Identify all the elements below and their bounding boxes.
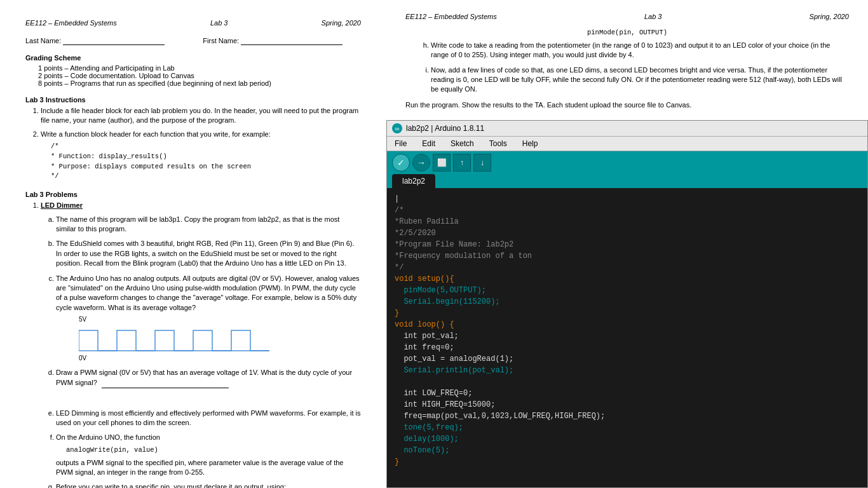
code-close-loop: } — [395, 456, 860, 468]
code-close-setup: } — [395, 308, 860, 319]
menu-help[interactable]: Help — [520, 138, 541, 149]
right-header-left: EE112 – Embedded Systems — [405, 13, 497, 20]
code-author: *Ruben Padilla — [395, 216, 860, 227]
right-content: pinMode(pin, OUTPUT) Write code to take … — [405, 28, 849, 110]
analog-write-code: analogWrite(pin, value) — [66, 445, 361, 456]
ide-title-text: lab2p2 | Arduino 1.8.11 — [406, 124, 484, 133]
code-example: /* * Function: display_results() * Purpo… — [51, 142, 361, 182]
run-program-text: Run the program. Show the results to the… — [405, 100, 849, 111]
menu-file[interactable]: File — [392, 138, 409, 149]
right-item-h: Write code to take a reading from the po… — [431, 41, 849, 60]
sub-e: LED Dimming is most efficiently and effe… — [56, 409, 361, 428]
arduino-icon — [392, 123, 402, 133]
sub-b: The EduShield comes with 3 beautiful, br… — [56, 239, 361, 268]
cursor-line: | — [395, 193, 860, 205]
right-panel: EE112 – Embedded Systems Lab 3 Spring, 2… — [386, 0, 868, 488]
instructions-title: Lab 3 Instructions — [25, 96, 361, 104]
last-name-label: Last Name: — [25, 37, 165, 45]
save-button[interactable]: ↓ — [473, 154, 491, 172]
doc-header: EE112 – Embedded Systems Lab 3 Spring, 2… — [25, 19, 361, 27]
sub-g: Before you can write to a specific pin, … — [56, 482, 361, 488]
code-analogread: pot_val = analogRead(1); — [395, 353, 860, 365]
code-date: *2/5/2020 — [395, 227, 860, 239]
pwm-diagram: 5V 0V — [79, 315, 361, 363]
new-button[interactable]: ⬜ — [433, 154, 451, 172]
ide-menu-bar[interactable]: File Edit Sketch Tools Help — [387, 137, 867, 151]
right-header-right: Spring, 2020 — [810, 13, 849, 20]
instruction-1: Include a file header block for each lab… — [41, 106, 361, 126]
code-void-loop: void loop() { — [395, 319, 860, 330]
header-right: Spring, 2020 — [322, 19, 361, 27]
open-button[interactable]: ↑ — [453, 154, 471, 172]
ide-editor[interactable]: | /* *Ruben Padilla *2/5/2020 *Program F… — [387, 188, 867, 487]
code-map: freq=map(pot_val,0,1023,LOW_FREQ,HIGH_FR… — [395, 410, 860, 422]
grading-item-3: 8 points – Programs that run as specifie… — [25, 79, 361, 87]
answer-line-d — [102, 378, 229, 388]
sub-d: Draw a PWM signal (0V or 5V) that has an… — [56, 368, 361, 388]
ide-title-bar: lab2p2 | Arduino 1.8.11 — [387, 121, 867, 137]
problem-1-sublist: The name of this program will be lab3p1.… — [41, 215, 361, 488]
header-center: Lab 3 — [210, 19, 228, 27]
voltage-5v: 5V — [79, 316, 86, 323]
problems-title: Lab 3 Problems — [25, 191, 361, 198]
code-println: Serial.println(pot_val); — [395, 365, 860, 376]
left-pdf-panel: EE112 – Embedded Systems Lab 3 Spring, 2… — [0, 0, 386, 488]
instructions-list: Include a file header block for each lab… — [25, 106, 361, 182]
right-item-i: Now, add a few lines of code so that, as… — [431, 65, 849, 95]
code-delay: delay(1000); — [395, 433, 860, 445]
ide-tabs: lab2p2 — [387, 174, 867, 188]
menu-edit[interactable]: Edit — [419, 138, 438, 149]
verify-button[interactable]: ✓ — [392, 154, 410, 172]
menu-tools[interactable]: Tools — [487, 138, 510, 149]
right-header-center: Lab 3 — [644, 13, 662, 20]
code-blank — [395, 376, 860, 388]
code-serial-begin: Serial.begin(115200); — [395, 296, 860, 308]
right-header: EE112 – Embedded Systems Lab 3 Spring, 2… — [405, 13, 849, 20]
header-left: EE112 – Embedded Systems — [25, 19, 117, 27]
last-name-field — [63, 37, 165, 45]
code-high-freq: int HIGH_FREQ=15000; — [395, 399, 860, 410]
pinmode-code: pinMode(pin, OUTPUT) — [405, 28, 849, 38]
sub-f: On the Arduino UNO, the function analogW… — [56, 433, 361, 477]
right-pdf-top: EE112 – Embedded Systems Lab 3 Spring, 2… — [386, 0, 868, 120]
grading-item-2: 2 points – Code documentation. Upload to… — [25, 72, 361, 79]
sub-a: The name of this program will be lab3p1.… — [56, 215, 361, 234]
menu-sketch[interactable]: Sketch — [448, 138, 477, 149]
code-notone: noTone(5); — [395, 445, 860, 456]
code-low-freq: int LOW_FREQ=0; — [395, 388, 860, 399]
instruction-2: Write a function block header for each f… — [41, 130, 361, 182]
code-freq-decl: int freq=0; — [395, 342, 860, 353]
first-name-label: First Name: — [203, 37, 342, 45]
problems-list: LED Dimmer The name of this program will… — [25, 201, 361, 488]
code-void-setup: void setup(){ — [395, 273, 860, 285]
voltage-0v: 0V — [79, 355, 86, 362]
code-tone: tone(5,freq); — [395, 422, 860, 433]
grading-title: Grading Scheme — [25, 54, 361, 62]
grading-scheme: Grading Scheme 1 points – Attending and … — [25, 54, 361, 87]
tab-lab2p2[interactable]: lab2p2 — [392, 174, 435, 188]
lab-instructions: Lab 3 Instructions Include a file header… — [25, 96, 361, 182]
first-name-field — [241, 37, 342, 45]
code-pot-val-decl: int pot_val; — [395, 330, 860, 342]
ide-toolbar: ✓ → ⬜ ↑ ↓ — [387, 151, 867, 174]
code-comment-open: /* — [395, 205, 860, 216]
problem-1: LED Dimmer The name of this program will… — [41, 201, 361, 488]
sub-c: The Arduino Uno has no analog outputs. A… — [56, 274, 361, 363]
arduino-ide: lab2p2 | Arduino 1.8.11 File Edit Sketch… — [386, 120, 868, 488]
name-row: Last Name: First Name: — [25, 37, 361, 45]
pwm-waveform — [79, 325, 269, 354]
code-filename: *Program File Name: lab2p2 — [395, 239, 860, 250]
code-pinmode: pinMode(5,OUTPUT); — [395, 285, 860, 296]
problem-1-title: LED Dimmer — [41, 201, 83, 209]
grading-item-1: 1 points – Attending and Participating i… — [25, 64, 361, 72]
right-items-list: Write code to take a reading from the po… — [405, 41, 849, 95]
code-comment-close: */ — [395, 262, 860, 273]
lab-problems: Lab 3 Problems LED Dimmer The name of th… — [25, 191, 361, 488]
code-desc: *Frequency modulation of a ton — [395, 250, 860, 262]
upload-button[interactable]: → — [412, 154, 430, 172]
